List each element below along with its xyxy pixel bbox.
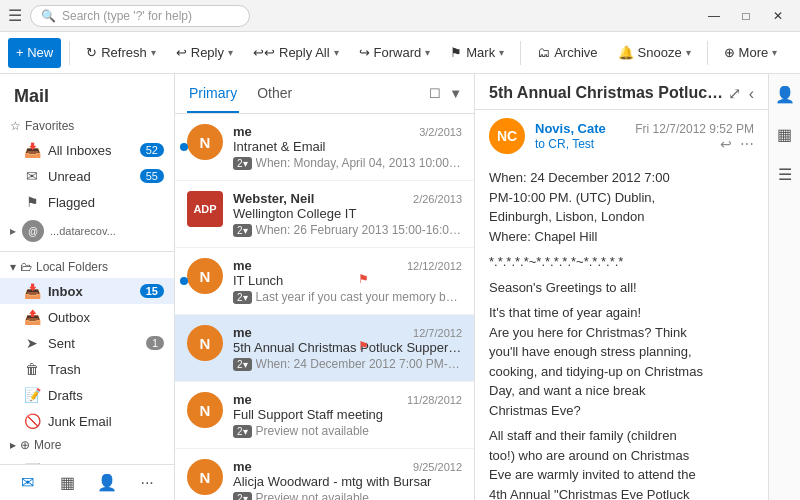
local-folders-expand-icon: ▾ [10, 260, 16, 274]
forward-button[interactable]: ↪ Forward ▾ [351, 38, 439, 68]
nav-calendar-button[interactable]: ▦ [54, 469, 82, 497]
email-date: 3/2/2013 [419, 126, 462, 138]
email-avatar: N [187, 325, 223, 361]
sidebar-item-drafts[interactable]: 📝 Drafts [0, 382, 174, 408]
nav-people-button[interactable]: 👤 [93, 469, 121, 497]
reply-button[interactable]: ↩ Reply ▾ [168, 38, 241, 68]
favorites-expand-icon: ☆ [10, 119, 21, 133]
email-sender-row: NC Novis, Cate Fri 12/7/2012 9:52 PM to … [475, 110, 768, 158]
email-avatar: N [187, 124, 223, 160]
new-button[interactable]: + New [8, 38, 61, 68]
inbox-badge: 15 [140, 284, 164, 298]
email-preview: When: 26 February 2013 15:00-16:00 (GMT)… [256, 223, 462, 237]
mark-icon: ⚑ [450, 45, 462, 60]
email-content: me 3/2/2013 Intranet & Email 2▾ When: Mo… [233, 124, 462, 170]
email-item[interactable]: N me 9/25/2012 Alicja Woodward - mtg wit… [175, 449, 474, 500]
email-subject: Wellington College IT [233, 206, 462, 221]
body-line: Season's Greetings to all! [489, 278, 754, 298]
email-date: 9/25/2012 [413, 461, 462, 473]
tab-primary[interactable]: Primary [187, 74, 239, 113]
sidebar-divider [0, 251, 174, 252]
body-line: Edinburgh, Lisbon, London [489, 207, 754, 227]
account-section[interactable]: ▸ @ ...datarecov... [0, 215, 174, 247]
search-bar[interactable]: 🔍 Search (type '?' for help) [30, 5, 250, 27]
all-inboxes-badge: 52 [140, 143, 164, 157]
mark-button[interactable]: ⚑ Mark ▾ [442, 38, 512, 68]
select-all-icon[interactable]: ☐ [429, 86, 441, 101]
email-avatar: N [187, 459, 223, 495]
sidebar-item-junk[interactable]: 🚫 Junk Email [0, 408, 174, 434]
archive-button[interactable]: 🗂 Archive [529, 38, 605, 68]
email-sender: me [233, 392, 252, 407]
unread-badge: 55 [140, 169, 164, 183]
more-button[interactable]: ⊕ More ▾ [716, 38, 786, 68]
email-preview: Preview not available [256, 424, 369, 438]
sender-date: Fri 12/7/2012 9:52 PM [635, 122, 754, 136]
snooze-chevron: ▾ [686, 47, 691, 58]
panel-tasks-icon[interactable]: ☰ [773, 162, 797, 186]
archive-icon: 🗂 [537, 45, 550, 60]
back-icon[interactable]: ‹ [749, 85, 754, 103]
sidebar: Mail ☆ Favorites 📥 All Inboxes 52 ✉ Unre… [0, 74, 175, 500]
email-body: When: 24 December 2012 7:00PM-10:00 PM. … [475, 158, 768, 500]
email-sender: me [233, 459, 252, 474]
email-count-badge: 2▾ [233, 157, 252, 170]
sidebar-item-all-inboxes[interactable]: 📥 All Inboxes 52 [0, 137, 174, 163]
email-meta: 2▾ Preview not available [233, 491, 462, 500]
reply-all-inline-icon[interactable]: ⋯ [740, 136, 754, 152]
email-date: 12/12/2012 [407, 260, 462, 272]
body-line: Where: Chapel Hill [489, 227, 754, 247]
popout-icon[interactable]: ⤢ [728, 84, 741, 103]
tab-other[interactable]: Other [255, 74, 294, 113]
snooze-button[interactable]: 🔔 Snooze ▾ [610, 38, 699, 68]
body-line: All staff and their family (children [489, 426, 754, 446]
minimize-button[interactable]: — [700, 6, 728, 26]
email-header: me 12/7/2012 [233, 325, 462, 340]
body-line: When: 24 December 2012 7:00 [489, 168, 754, 188]
nav-more-button[interactable]: ··· [133, 469, 161, 497]
mark-chevron: ▾ [499, 47, 504, 58]
email-preview: Last year if you cast your memory back, … [256, 290, 462, 304]
sent-badge: 1 [146, 336, 164, 350]
reply-all-icon: ↩↩ [253, 45, 275, 60]
email-date: 12/7/2012 [413, 327, 462, 339]
panel-people-icon[interactable]: 👤 [773, 82, 797, 106]
sidebar-item-sent[interactable]: ➤ Sent 1 [0, 330, 174, 356]
flag-icon: ⚑ [358, 272, 369, 286]
filter-icon[interactable]: ▼ [449, 86, 462, 101]
sidebar-item-flagged[interactable]: ⚑ Flagged [0, 189, 174, 215]
email-item[interactable]: ADP Webster, Neil 2/26/2013 Wellington C… [175, 181, 474, 248]
email-meta: 2▾ Preview not available [233, 424, 462, 438]
email-item[interactable]: N me 3/2/2013 Intranet & Email 2▾ When: … [175, 114, 474, 181]
email-header: me 11/28/2012 [233, 392, 462, 407]
junk-icon: 🚫 [24, 413, 40, 429]
reply-inline-icon[interactable]: ↩ [720, 136, 732, 152]
local-folders-section[interactable]: ▾ 🗁 Local Folders [0, 256, 174, 278]
email-subject: Full Support Staff meeting [233, 407, 462, 422]
more-section[interactable]: ▸ ⊕ More [0, 434, 174, 456]
maximize-button[interactable]: □ [732, 6, 760, 26]
favorites-section[interactable]: ☆ Favorites [0, 115, 174, 137]
refresh-icon: ↻ [86, 45, 97, 60]
toolbar-divider-3 [707, 41, 708, 65]
nav-mail-button[interactable]: ✉ [14, 469, 42, 497]
email-item[interactable]: ⚑ N me 12/7/2012 5th Annual Christmas Po… [175, 315, 474, 382]
reply-all-button[interactable]: ↩↩ Reply All ▾ [245, 38, 347, 68]
email-count-badge: 2▾ [233, 358, 252, 371]
body-line: Christmas Eve? [489, 401, 754, 421]
email-avatar: ADP [187, 191, 223, 227]
sidebar-item-trash[interactable]: 🗑 Trash [0, 356, 174, 382]
account-expand-icon: ▸ [10, 224, 16, 238]
sidebar-item-unread[interactable]: ✉ Unread 55 [0, 163, 174, 189]
email-item[interactable]: N me 11/28/2012 Full Support Staff meeti… [175, 382, 474, 449]
flagged-icon: ⚑ [24, 194, 40, 210]
unread-dot [180, 143, 188, 151]
panel-calendar-icon[interactable]: ▦ [773, 122, 797, 146]
sidebar-item-inbox[interactable]: 📥 Inbox 15 [0, 278, 174, 304]
close-button[interactable]: ✕ [764, 6, 792, 26]
refresh-button[interactable]: ↻ Refresh ▾ [78, 38, 164, 68]
email-item[interactable]: ⚑ N me 12/12/2012 IT Lunch 2▾ Last year … [175, 248, 474, 315]
sidebar-item-outbox[interactable]: 📤 Outbox [0, 304, 174, 330]
forward-icon: ↪ [359, 45, 370, 60]
hamburger-icon[interactable]: ☰ [8, 6, 22, 25]
